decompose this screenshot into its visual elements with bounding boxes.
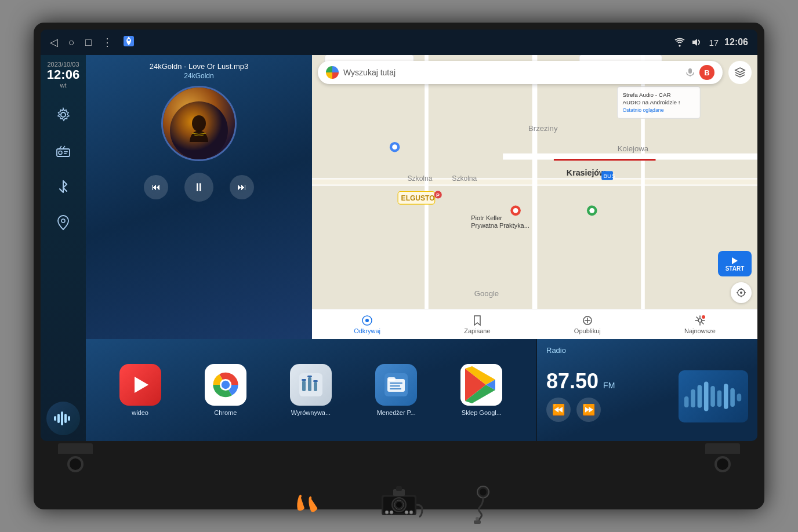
sidebar-time: 12:06 [47, 68, 79, 82]
chrome-app[interactable]: Chrome [205, 364, 246, 416]
wideo-label: wideo [132, 409, 148, 416]
svg-point-108 [476, 517, 479, 520]
map-discover-tab[interactable]: Odkrywaj [354, 315, 380, 334]
svg-text:Prywatna Praktyka...: Prywatna Praktyka... [471, 222, 529, 229]
sidebar: 2023/10/03 12:06 wt [41, 55, 86, 441]
svg-point-56 [740, 291, 742, 294]
home-button[interactable]: ○ [68, 37, 75, 49]
svg-point-101 [405, 511, 408, 514]
file-manager-app[interactable]: Menedżer P... [375, 364, 417, 416]
equalizer-icon [290, 364, 332, 406]
svg-rect-104 [396, 486, 402, 491]
user-avatar[interactable]: B [699, 65, 714, 80]
svg-point-2 [61, 112, 66, 117]
map-search-bar[interactable]: Wyszukaj tutaj B [318, 61, 723, 84]
music-widget: 24kGoldn - Love Or Lust.mp3 24kGoldn [86, 55, 312, 339]
equalizer-app[interactable]: Wyrównywa... [290, 364, 332, 416]
svg-rect-11 [64, 414, 67, 423]
play-store-app[interactable]: Sklep Googl... [460, 364, 502, 416]
wifi-icon [674, 38, 685, 47]
radio-info: 87.50 FM ⏪ ⏩ [546, 371, 672, 422]
waveform-svg [683, 376, 743, 417]
accessories [41, 480, 757, 527]
map-layers-button[interactable] [728, 61, 752, 84]
svg-rect-10 [61, 411, 63, 425]
discover-icon [361, 315, 373, 326]
bracket-hole [67, 456, 84, 472]
svg-point-102 [409, 511, 413, 514]
equalizer-label: Wyrównywa... [291, 409, 331, 416]
settings-icon[interactable] [50, 101, 77, 128]
prev-button[interactable]: ⏮ [144, 175, 168, 199]
svg-rect-82 [390, 385, 400, 387]
bracket-hole [714, 456, 731, 472]
svg-point-4 [59, 151, 62, 155]
search-text: Wyszukaj tutaj [343, 68, 681, 77]
back-button[interactable]: ◁ [50, 36, 58, 49]
svg-point-67 [702, 315, 705, 319]
map-bottom-nav: Odkrywaj Zapisane [312, 309, 757, 339]
app-grid: wideo [86, 339, 536, 441]
svg-point-1 [128, 39, 130, 41]
play-store-label: Sklep Googl... [462, 409, 502, 416]
status-indicators: 17 12:06 [674, 37, 748, 48]
radio-frequency: 87.50 [546, 371, 598, 392]
radio-widget: Radio 87.50 FM ⏪ ⏩ [537, 339, 757, 441]
svg-text:AUDIO na Androidzie !: AUDIO na Androidzie ! [622, 99, 680, 105]
recents-button[interactable]: □ [85, 37, 92, 49]
svg-rect-74 [314, 382, 317, 391]
pry-tools [292, 492, 338, 515]
svg-text:ELGUSTO: ELGUSTO [401, 194, 435, 202]
navigation-start-button[interactable]: START [718, 251, 752, 276]
svg-text:Krasiejów: Krasiejów [567, 168, 606, 177]
svg-rect-72 [302, 381, 306, 391]
radio-prev-button[interactable]: ⏪ [546, 398, 571, 422]
audio-visualizer-button[interactable] [46, 402, 80, 435]
maps-shortcut-button[interactable] [123, 35, 135, 50]
radio-icon[interactable] [50, 137, 77, 164]
map-updates-tab[interactable]: Najnowsze [684, 315, 716, 334]
svg-rect-53 [688, 68, 692, 74]
saved-icon [471, 315, 483, 326]
next-button[interactable]: ⏭ [230, 175, 254, 199]
bottom-widgets: wideo [86, 339, 757, 441]
svg-text:Brzeziny: Brzeziny [528, 124, 558, 133]
svg-point-14 [192, 115, 206, 132]
pause-button[interactable]: ⏸ [184, 173, 213, 202]
status-bar: ◁ ○ □ ⋮ [41, 30, 757, 55]
file-manager-label: Menedżer P... [377, 409, 416, 416]
svg-point-99 [385, 511, 389, 514]
svg-text:Google: Google [474, 289, 499, 298]
radio-main: 87.50 FM ⏪ ⏩ [546, 358, 748, 434]
radio-band: FM [603, 381, 615, 390]
svg-rect-85 [684, 396, 689, 407]
chrome-icon [205, 364, 246, 406]
svg-rect-75 [302, 379, 306, 381]
svg-rect-90 [717, 390, 722, 406]
location-icon[interactable] [50, 209, 77, 236]
screen: ◁ ○ □ ⋮ [41, 30, 757, 441]
locate-button[interactable] [731, 282, 752, 303]
menu-button[interactable]: ⋮ [102, 36, 113, 49]
svg-text:Kolejowa: Kolejowa [618, 144, 649, 153]
bracket-body [58, 443, 93, 454]
audio-cable [460, 483, 506, 524]
map-saved-tab[interactable]: Zapisane [464, 315, 490, 334]
radio-waveform [679, 370, 748, 422]
main-content: 2023/10/03 12:06 wt [41, 55, 757, 441]
album-art [161, 86, 237, 161]
svg-rect-91 [724, 384, 728, 409]
bluetooth-icon[interactable] [50, 173, 77, 200]
map-contribute-tab[interactable]: Opublikuj [574, 315, 601, 334]
svg-rect-8 [54, 416, 56, 421]
svg-text:BUS: BUS [603, 173, 615, 179]
start-label: START [726, 265, 745, 272]
wideo-app[interactable]: wideo [119, 364, 161, 416]
svg-rect-76 [307, 376, 312, 377]
backup-camera [373, 483, 425, 524]
file-manager-icon [375, 364, 417, 406]
svg-point-39 [589, 208, 594, 213]
svg-point-7 [61, 219, 65, 223]
radio-next-button[interactable]: ⏩ [576, 398, 601, 422]
date-time-display: 2023/10/03 12:06 wt [47, 61, 79, 89]
